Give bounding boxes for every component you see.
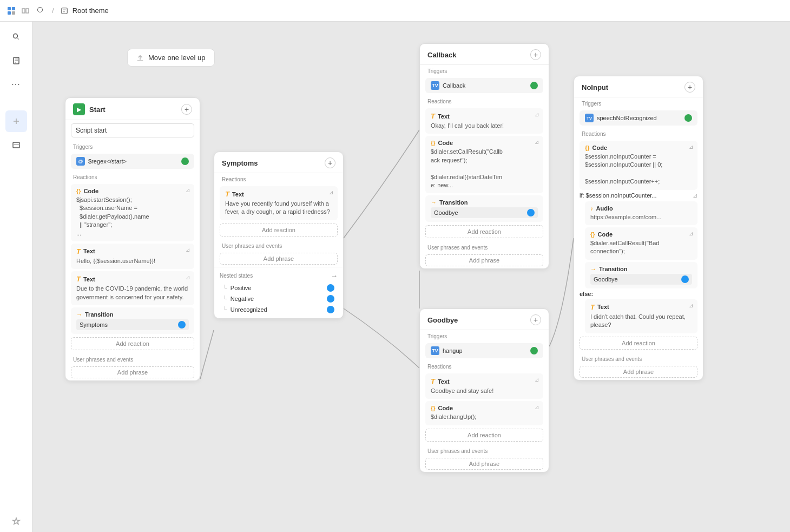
symptoms-unrecognized-dot[interactable] — [327, 306, 334, 313]
callback-trigger-dot[interactable] — [530, 82, 538, 89]
callback-add-phrase[interactable]: Add phrase — [425, 254, 543, 266]
more-button[interactable]: ··· — [5, 74, 27, 95]
symptoms-r1-icon: T — [225, 190, 229, 198]
start-r3-body: Due to the COVID-19 pandemic, the world … — [76, 285, 189, 301]
panel-button[interactable] — [5, 134, 27, 156]
symptoms-reaction1: T Text Have you recently found yourself … — [220, 186, 338, 220]
document-button[interactable] — [5, 50, 27, 71]
symptoms-positive-dot[interactable] — [327, 284, 334, 292]
noinput-reactions-label: Reactions — [574, 128, 703, 139]
search-button[interactable] — [5, 26, 27, 48]
noinput-r2-icon: ♪ — [590, 205, 594, 212]
ai-button[interactable] — [5, 510, 27, 532]
start-r2-icon: T — [76, 247, 81, 255]
callback-r1-body: Okay, I'll call you back later! — [431, 122, 538, 130]
goodbye-r2-type: Code — [438, 405, 453, 411]
noinput-trigger-dot[interactable] — [684, 114, 692, 122]
symptoms-add-phrase[interactable]: Add phrase — [220, 253, 338, 265]
add-button[interactable] — [5, 110, 27, 132]
symptoms-reactions-label: Reactions — [214, 173, 343, 184]
symptoms-add-reaction[interactable]: Add reaction — [220, 224, 338, 237]
goodbye-trigger-dot[interactable] — [530, 347, 538, 354]
canvas: Move one level up ▶ Start + Triggers @ $… — [32, 22, 790, 532]
move-up-icon — [136, 54, 144, 62]
callback-r3-dest: Goodbye — [431, 207, 538, 218]
callback-r3-dot[interactable] — [527, 209, 535, 216]
callback-r2-expand[interactable]: ⊿ — [535, 139, 539, 145]
svg-rect-5 — [61, 8, 67, 14]
start-r1-type-label: Code — [84, 188, 99, 194]
goodbye-card: Goodbye + Triggers TV hangup Reactions T… — [419, 308, 549, 472]
svg-rect-0 — [8, 7, 11, 10]
noinput-reaction1: {} Code $session.noInputCounter =$sessio… — [580, 141, 697, 190]
move-up-button[interactable]: Move one level up — [127, 49, 215, 67]
noinput-if-expand[interactable]: ⊿ — [693, 192, 697, 199]
noinput-add-reaction[interactable]: Add reaction — [580, 337, 697, 350]
start-icon: ▶ — [73, 103, 85, 115]
goodbye-r1-expand[interactable]: ⊿ — [535, 377, 539, 383]
start-reaction1: {} Code $jsapi.startSession(); $session.… — [71, 184, 194, 241]
goodbye-trigger: TV hangup — [425, 343, 543, 358]
noinput-r5-icon: T — [590, 303, 595, 311]
start-r4-arrow: → — [76, 311, 82, 318]
goodbye-r2-expand[interactable]: ⊿ — [535, 404, 539, 410]
noinput-reaction4: → Transition Goodbye — [585, 262, 697, 288]
callback-card: Callback + Triggers TV Callback Reaction… — [419, 43, 549, 269]
noinput-card: NoInput + Triggers TV speechNotRecognize… — [574, 76, 703, 380]
goodbye-add-btn[interactable]: + — [530, 314, 541, 325]
noinput-title: NoInput — [582, 83, 608, 91]
noinput-add-btn[interactable]: + — [684, 82, 695, 93]
noinput-reaction2: ♪ Audio https://example.com/com... — [585, 201, 697, 225]
svg-rect-1 — [12, 7, 15, 10]
goodbye-phrases-label: User phrases and events — [420, 445, 549, 456]
goodbye-r2-body: $dialer.hangUp(); — [431, 413, 538, 421]
callback-add-btn[interactable]: + — [530, 49, 541, 60]
noinput-else-label: else: — [580, 291, 697, 297]
goodbye-add-phrase[interactable]: Add phrase — [425, 458, 543, 470]
noinput-r4-dot[interactable] — [681, 275, 689, 283]
start-trigger-text: $regex</start> — [88, 158, 127, 165]
start-triggers-label: Triggers — [65, 141, 200, 152]
symptoms-nested-goto[interactable]: → — [331, 272, 338, 280]
start-r2-body: Hello, {{$session.userName}}! — [76, 257, 189, 265]
symptoms-r1-body: Have you recently found yourself with a … — [225, 200, 332, 216]
noinput-r5-expand[interactable]: ⊿ — [689, 303, 693, 308]
callback-r1-expand[interactable]: ⊿ — [535, 111, 539, 117]
noinput-add-phrase[interactable]: Add phrase — [580, 366, 697, 378]
breadcrumb-slash: / — [52, 6, 54, 15]
app-icon2 — [21, 6, 30, 16]
symptoms-unrecognized-label: Unrecognized — [231, 306, 267, 313]
start-r2-expand[interactable]: ⊿ — [186, 247, 190, 253]
start-add-phrase[interactable]: Add phrase — [71, 366, 194, 378]
noinput-trigger-icon: TV — [585, 114, 594, 122]
move-up-label: Move one level up — [148, 54, 206, 62]
goodbye-add-reaction[interactable]: Add reaction — [425, 429, 543, 442]
symptoms-positive-label: Positive — [231, 285, 252, 291]
goodbye-reactions-label: Reactions — [420, 360, 549, 371]
start-r4-dot[interactable] — [178, 321, 186, 329]
symptoms-nested-positive: └ Positive — [220, 283, 338, 293]
symptoms-add-btn[interactable]: + — [325, 157, 335, 168]
goodbye-trigger-icon: TV — [431, 346, 439, 355]
noinput-r3-expand[interactable]: ⊿ — [689, 231, 693, 237]
callback-reaction3: → Transition Goodbye — [425, 195, 543, 222]
start-r1-expand[interactable]: ⊿ — [186, 187, 190, 193]
symptoms-negative-dot[interactable] — [327, 295, 334, 303]
callback-reaction1: T Text Okay, I'll call you back later! ⊿ — [425, 108, 543, 134]
noinput-r1-expand[interactable]: ⊿ — [689, 144, 693, 150]
callback-r2-body: $dialer.setCallResult("Callback request"… — [431, 148, 538, 189]
app-icon1 — [6, 6, 16, 16]
start-r3-expand[interactable]: ⊿ — [186, 274, 190, 280]
start-add-btn[interactable]: + — [181, 104, 192, 115]
symptoms-r1-expand[interactable]: ⊿ — [329, 189, 333, 195]
noinput-triggers-label: Triggers — [574, 97, 703, 108]
start-r2-type: Text — [83, 248, 95, 254]
start-add-reaction[interactable]: Add reaction — [71, 337, 194, 350]
callback-r1-type: Text — [438, 113, 450, 120]
callback-add-reaction[interactable]: Add reaction — [425, 225, 543, 238]
svg-rect-8 — [13, 142, 19, 148]
script-start-input[interactable] — [71, 123, 194, 137]
noinput-r4-arrow: → — [590, 266, 596, 272]
start-trigger-dot[interactable] — [181, 157, 189, 165]
goodbye-title: Goodbye — [427, 316, 458, 324]
